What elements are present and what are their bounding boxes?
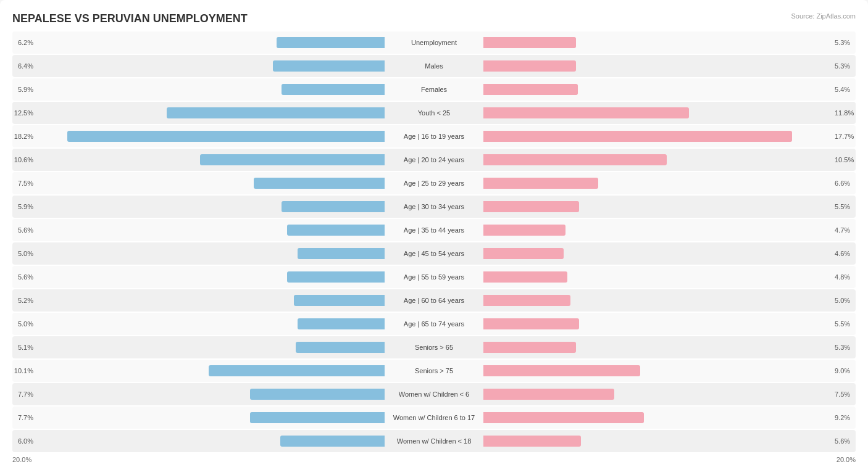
chart-row: 18.2%Age | 16 to 19 years17.7% bbox=[12, 125, 856, 147]
right-bar bbox=[483, 365, 640, 376]
right-value: 5.0% bbox=[832, 297, 856, 304]
left-value: 5.6% bbox=[12, 273, 36, 281]
chart-row: 7.7%Women w/ Children < 67.5% bbox=[12, 383, 856, 405]
left-bar bbox=[282, 84, 385, 95]
row-label: Age | 45 to 54 years bbox=[385, 250, 483, 257]
right-value: 10.5% bbox=[832, 156, 856, 163]
left-value: 5.6% bbox=[12, 226, 36, 234]
left-value: 12.5% bbox=[12, 109, 36, 117]
row-label: Youth < 25 bbox=[385, 109, 483, 117]
row-label: Women w/ Children < 18 bbox=[385, 437, 483, 445]
left-value: 7.5% bbox=[12, 180, 36, 187]
x-axis-right: 20.0% bbox=[434, 456, 856, 463]
left-bar bbox=[298, 318, 385, 329]
left-bar bbox=[282, 201, 385, 212]
chart-header: NEPALESE VS PERUVIAN UNEMPLOYMENT Source… bbox=[12, 12, 856, 25]
right-value: 11.8% bbox=[832, 109, 856, 117]
row-label: Seniors > 65 bbox=[385, 344, 483, 351]
left-value: 6.4% bbox=[12, 62, 36, 70]
chart-row: 7.5%Age | 25 to 29 years6.6% bbox=[12, 172, 856, 194]
row-label: Males bbox=[385, 62, 483, 70]
right-bar bbox=[483, 318, 579, 329]
right-bar bbox=[483, 37, 576, 48]
left-bar bbox=[287, 225, 385, 236]
right-bar bbox=[483, 436, 581, 447]
left-value: 6.2% bbox=[12, 39, 36, 46]
chart-row: 10.1%Seniors > 759.0% bbox=[12, 360, 856, 382]
left-value: 7.7% bbox=[12, 391, 36, 398]
chart-row: 7.7%Women w/ Children 6 to 179.2% bbox=[12, 407, 856, 429]
left-bar bbox=[254, 178, 385, 189]
left-bar bbox=[298, 248, 385, 259]
left-bar bbox=[280, 436, 385, 447]
right-value: 9.0% bbox=[832, 367, 856, 374]
left-value: 7.7% bbox=[12, 414, 36, 421]
right-bar bbox=[483, 342, 576, 353]
right-bar bbox=[483, 84, 578, 95]
row-label: Females bbox=[385, 86, 483, 93]
right-value: 9.2% bbox=[832, 414, 856, 421]
left-bar bbox=[167, 107, 385, 118]
chart-row: 5.0%Age | 65 to 74 years5.5% bbox=[12, 313, 856, 335]
left-value: 5.9% bbox=[12, 203, 36, 210]
chart-row: 5.6%Age | 35 to 44 years4.7% bbox=[12, 219, 856, 241]
row-label: Unemployment bbox=[385, 39, 483, 46]
row-label: Age | 16 to 19 years bbox=[385, 133, 483, 140]
right-value: 5.5% bbox=[832, 320, 856, 328]
right-bar bbox=[483, 201, 579, 212]
right-value: 7.5% bbox=[832, 391, 856, 398]
left-value: 5.1% bbox=[12, 344, 36, 351]
right-value: 5.4% bbox=[832, 86, 856, 93]
left-bar bbox=[250, 412, 385, 423]
row-label: Women w/ Children < 6 bbox=[385, 391, 483, 398]
left-value: 5.0% bbox=[12, 320, 36, 328]
chart-row: 5.2%Age | 60 to 64 years5.0% bbox=[12, 289, 856, 312]
left-bar bbox=[250, 389, 385, 400]
left-value: 5.0% bbox=[12, 250, 36, 257]
chart-row: 6.2%Unemployment5.3% bbox=[12, 31, 856, 54]
left-value: 5.9% bbox=[12, 86, 36, 93]
left-bar bbox=[200, 154, 385, 165]
source-label: Source: ZipAtlas.com bbox=[791, 12, 856, 20]
right-value: 17.7% bbox=[832, 133, 856, 140]
left-value: 5.2% bbox=[12, 297, 36, 304]
left-value: 6.0% bbox=[12, 437, 36, 445]
chart-row: 5.6%Age | 55 to 59 years4.8% bbox=[12, 266, 856, 288]
chart-row: 10.6%Age | 20 to 24 years10.5% bbox=[12, 149, 856, 171]
right-value: 5.5% bbox=[832, 203, 856, 210]
right-value: 5.6% bbox=[832, 437, 856, 445]
left-bar bbox=[209, 365, 385, 376]
row-label: Women w/ Children 6 to 17 bbox=[385, 414, 483, 421]
row-label: Seniors > 75 bbox=[385, 367, 483, 374]
chart-row: 5.9%Females5.4% bbox=[12, 78, 856, 101]
chart-row: 5.0%Age | 45 to 54 years4.6% bbox=[12, 242, 856, 265]
right-value: 4.6% bbox=[832, 250, 856, 257]
left-value: 10.6% bbox=[12, 156, 36, 163]
chart-row: 5.1%Seniors > 655.3% bbox=[12, 336, 856, 358]
right-value: 6.6% bbox=[832, 180, 856, 187]
row-label: Age | 35 to 44 years bbox=[385, 226, 483, 234]
right-bar bbox=[483, 60, 576, 72]
left-bar bbox=[294, 295, 385, 306]
left-bar bbox=[273, 60, 385, 72]
right-bar bbox=[483, 295, 570, 306]
right-bar bbox=[483, 389, 614, 400]
left-bar bbox=[277, 37, 385, 48]
left-bar bbox=[296, 342, 385, 353]
left-bar bbox=[67, 131, 385, 142]
right-bar bbox=[483, 412, 644, 423]
right-bar bbox=[483, 154, 667, 165]
right-bar bbox=[483, 271, 567, 283]
chart-row: 5.9%Age | 30 to 34 years5.5% bbox=[12, 196, 856, 218]
right-bar bbox=[483, 248, 564, 259]
row-label: Age | 25 to 29 years bbox=[385, 180, 483, 187]
right-value: 5.3% bbox=[832, 39, 856, 46]
x-axis-left: 20.0% bbox=[12, 456, 434, 463]
right-bar bbox=[483, 107, 689, 118]
right-value: 4.7% bbox=[832, 226, 856, 234]
chart-row: 6.4%Males5.3% bbox=[12, 55, 856, 77]
right-bar bbox=[483, 131, 792, 142]
row-label: Age | 55 to 59 years bbox=[385, 273, 483, 281]
right-value: 5.3% bbox=[832, 62, 856, 70]
right-bar bbox=[483, 178, 598, 189]
